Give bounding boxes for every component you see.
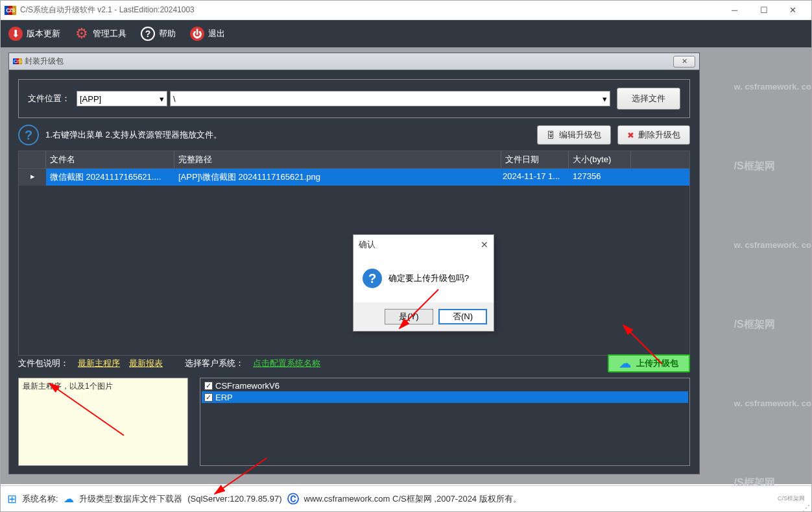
cell-path: [APP]\微信截图 20241117165621.png	[174, 169, 499, 186]
confirm-dialog: 确认 ✕ ? 确定要上传升级包吗? 是(Y) 否(N)	[353, 234, 494, 332]
download-icon: ⬇	[8, 27, 23, 41]
help-icon: ?	[141, 27, 155, 41]
brand-logo-icon: Ⓒ	[287, 491, 299, 507]
path-combobox[interactable]: \▾	[170, 91, 610, 106]
dialog-no-button[interactable]: 否(N)	[438, 309, 487, 324]
select-system-label: 选择客户系统：	[185, 358, 244, 369]
edit-package-button[interactable]: 🗄编辑升级包	[537, 125, 611, 145]
cell-size: 127356	[569, 169, 631, 186]
grid-header: 文件名 完整路径 文件日期 大小(byte)	[19, 151, 689, 169]
grid-header-indicator	[19, 151, 46, 168]
file-location-bar: 文件位置： [APP]▾ \▾ 选择文件	[18, 79, 690, 118]
delete-package-button[interactable]: ✖删除升级包	[617, 125, 690, 145]
hint-row: ? 1.右键弹出菜单 2.支持从资源管理器拖放文件。 🗄编辑升级包 ✖删除升级包	[18, 125, 690, 145]
status-copyright: www.csframework.com C/S框架网 ,2007-2024 版权…	[304, 493, 521, 505]
close-button[interactable]: ✕	[778, 1, 807, 19]
cell-filename: 微信截图 20241117165621....	[46, 169, 174, 186]
toolbar-update-label: 版本更新	[27, 28, 60, 40]
main-toolbar: ⬇版本更新 ⚙管理工具 ?帮助 ⏻退出	[1, 20, 811, 47]
delete-icon: ✖	[627, 130, 634, 140]
grid-header-path[interactable]: 完整路径	[174, 151, 501, 168]
bottom-panel-header: 文件包说明： 最新主程序 最新报表 选择客户系统： 点击配置系统名称 ☁上传升级…	[18, 353, 690, 374]
desc-label: 文件包说明：	[18, 358, 69, 369]
status-system-label: 系统名称:	[22, 493, 58, 505]
main-titlebar: C/S C/S系统自动升级软件 v2.1 - LastEdition:20241…	[1, 1, 811, 20]
database-icon: 🗄	[547, 130, 555, 140]
cloud-icon: ☁	[64, 493, 74, 505]
toolbar-help-label: 帮助	[159, 28, 176, 40]
toolbar-exit[interactable]: ⏻退出	[190, 27, 225, 41]
configure-system-link[interactable]: 点击配置系统名称	[253, 358, 320, 369]
row-indicator-icon: ▸	[19, 169, 46, 186]
cloud-upload-icon: ☁	[619, 356, 631, 371]
checkbox-icon[interactable]: ✓	[204, 393, 213, 402]
exit-icon: ⏻	[190, 27, 204, 41]
status-bar: ⊞ 系统名称: ☁ 升级类型:数据库文件下载器 (SqlServer:120.7…	[1, 485, 811, 511]
status-upgrade-type: 升级类型:数据库文件下载器	[79, 493, 183, 505]
dialog-title: 确认	[359, 239, 376, 250]
windows-logo-icon: ⊞	[7, 492, 17, 506]
toolbar-manage-label: 管理工具	[93, 28, 126, 40]
grid-header-date[interactable]: 文件日期	[501, 151, 569, 168]
link-latest-main[interactable]: 最新主程序	[78, 358, 120, 369]
cell-date: 2024-11-17 1...	[499, 169, 569, 186]
toolbar-manage[interactable]: ⚙管理工具	[75, 27, 126, 41]
package-window-titlebar: C/S 封装升级包 ✕	[9, 53, 699, 70]
grid-row[interactable]: ▸ 微信截图 20241117165621.... [APP]\微信截图 202…	[19, 169, 689, 186]
checkbox-icon[interactable]: ✓	[204, 382, 213, 390]
app-root-select[interactable]: [APP]▾	[77, 91, 167, 106]
dialog-yes-button[interactable]: 是(Y)	[385, 309, 433, 324]
dialog-titlebar: 确认 ✕	[353, 235, 494, 254]
grid-header-size[interactable]: 大小(byte)	[569, 151, 631, 168]
file-location-label: 文件位置：	[28, 93, 70, 104]
toolbar-update[interactable]: ⬇版本更新	[8, 27, 60, 41]
upload-package-button[interactable]: ☁上传升级包	[608, 354, 690, 372]
system-list[interactable]: ✓CSFrameworkV6 ✓ERP	[200, 378, 690, 466]
link-latest-report[interactable]: 最新报表	[129, 358, 163, 369]
maximize-button[interactable]: ☐	[749, 1, 778, 19]
toolbar-exit-label: 退出	[208, 28, 225, 40]
window-title: C/S系统自动升级软件 v2.1 - LastEdition:20241003	[20, 5, 720, 16]
info-icon: ?	[18, 125, 39, 145]
app-logo-icon: C/S	[13, 58, 22, 64]
resize-grip-icon[interactable]: ⋰	[802, 506, 810, 510]
brand-small-logo-icon: C/S框架网	[778, 494, 805, 503]
chevron-down-icon: ▾	[603, 94, 607, 104]
watermark: w. csframework. co/S框架网 w. csframework. …	[734, 47, 811, 512]
dialog-message: 确定要上传升级包吗?	[388, 273, 469, 284]
package-window-title: 封装升级包	[25, 56, 673, 67]
description-textarea[interactable]: 最新主程序，以及1个图片	[18, 378, 188, 466]
toolbar-help[interactable]: ?帮助	[141, 27, 176, 41]
question-icon: ?	[363, 269, 382, 288]
choose-file-button[interactable]: 选择文件	[617, 88, 680, 110]
dialog-close-button[interactable]: ✕	[481, 239, 488, 250]
chevron-down-icon: ▾	[160, 94, 164, 104]
status-server: (SqlServer:120.79.85.97)	[187, 494, 281, 504]
system-item[interactable]: ✓ERP	[202, 391, 688, 403]
hint-text: 1.右键弹出菜单 2.支持从资源管理器拖放文件。	[45, 129, 531, 141]
grid-header-name[interactable]: 文件名	[46, 151, 174, 168]
system-item[interactable]: ✓CSFrameworkV6	[202, 380, 688, 391]
bottom-panel: 文件包说明： 最新主程序 最新报表 选择客户系统： 点击配置系统名称 ☁上传升级…	[18, 353, 690, 466]
window-controls: ─ ☐ ✕	[720, 1, 807, 19]
app-logo-icon: C/S	[5, 6, 16, 15]
minimize-button[interactable]: ─	[720, 1, 749, 19]
package-window-close[interactable]: ✕	[673, 56, 695, 67]
gear-icon: ⚙	[75, 27, 89, 41]
